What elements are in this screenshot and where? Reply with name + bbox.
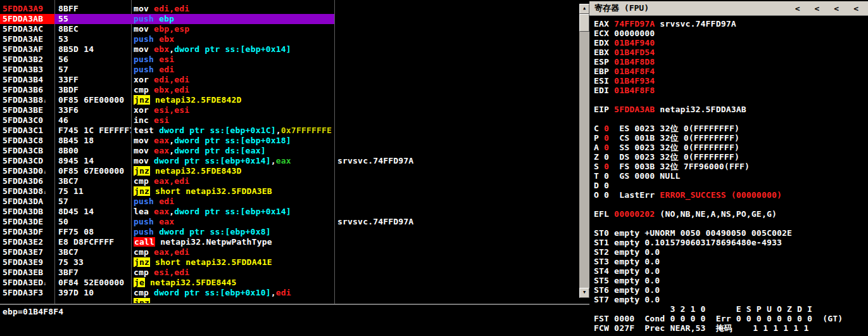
register-line[interactable]: Z 0 DS 0023 32位 0(FFFFFFFF) [594, 152, 843, 162]
disasm-row[interactable]: 5FDDA3DFFF75 08push dword ptr ss:[ebp+0x… [0, 227, 579, 237]
instruction-cell: cmp eax,edi [131, 176, 334, 186]
address-cell: 5FDDA3CD [0, 156, 54, 166]
disasm-row[interactable]: 5FDDA3B256push esi [0, 55, 579, 65]
registers-pane[interactable]: 寄存器 (FPU) <<<< EAX 74FFD97A srvsvc.74FFD… [589, 0, 868, 336]
disasm-row[interactable]: 5FDDA3A98BFFmov edi,edi [0, 4, 579, 14]
comment-cell [334, 85, 579, 95]
register-line[interactable]: ST3 empty 0.0 [594, 257, 843, 266]
disasm-row[interactable]: 5FDDA3E2E8 D8FCFFFFcall netapi32.NetpwPa… [0, 237, 579, 247]
register-line[interactable]: ESP 01B4F8D8 [594, 57, 843, 67]
disasm-vertical-scrollbar[interactable]: ▲ ▼ [579, 4, 589, 298]
register-line[interactable]: C 0 ES 0023 32位 0(FFFFFFFF) [594, 124, 843, 133]
register-line[interactable]: ST7 empty 0.0 [594, 295, 843, 304]
panel-chevron-button[interactable]: < [834, 4, 839, 13]
instruction-cell: cmp ebx,edi [131, 85, 334, 95]
instr-token: dword ptr ss:[ebp+0x18] [174, 136, 291, 145]
instr-token: dword ptr ss:[ebp+0x14] [174, 207, 291, 216]
disasm-row[interactable]: 5FDDA3B433FFxor edi,edi [0, 75, 579, 85]
register-line[interactable]: FCW 027F Prec NEAR,53 掩码 1 1 1 1 1 1 [594, 323, 843, 333]
register-line[interactable]: ST5 empty 0.0 [594, 276, 843, 285]
disasm-row[interactable]: 5FDDA3B357push edi [0, 65, 579, 75]
register-line[interactable]: A 0 SS 0023 32位 0(FFFFFFFF) [594, 143, 843, 152]
register-line[interactable]: EIP 5FDDA3AB netapi32.5FDDA3AB [594, 105, 843, 114]
disasm-row[interactable]: 5FDDA3DB8D45 14lea eax,dword ptr ss:[ebp… [0, 207, 579, 217]
disassembly-pane[interactable]: 5FDDA3A98BFFmov edi,edi5FDDA3AB55push eb… [0, 0, 589, 336]
disasm-row[interactable]: 5FDDA3C046inc esi [0, 115, 579, 126]
register-line[interactable] [594, 219, 843, 228]
register-line[interactable]: T 0 GS 0000 NULL [594, 171, 843, 181]
instr-token: cmp [134, 176, 154, 186]
register-text: EBP [594, 67, 614, 76]
comment-cell [334, 288, 579, 298]
disasm-row[interactable]: 5FDDA3D63BC7cmp eax,edi [0, 176, 579, 186]
register-line[interactable]: O 0 LastErr ERROR_SUCCESS (00000000) [594, 190, 843, 200]
register-line[interactable]: ST1 empty 0.1015790603178696480e-4933 [594, 238, 843, 247]
register-text: (NO,NB,NE,A,NS,PO,GE,G) [655, 209, 777, 219]
disasm-row[interactable]: 5FDDA3C88B45 18mov eax,dword ptr ss:[ebp… [0, 136, 579, 146]
down-arrow-icon: ▼ [583, 290, 586, 295]
instruction-cell: push esi [131, 55, 334, 65]
register-line[interactable]: ESI 01B4F934 [594, 76, 843, 86]
instr-token: edi [159, 65, 174, 74]
register-line[interactable]: P 0 CS 001B 32位 0(FFFFFFFF) [594, 133, 843, 143]
register-line[interactable]: 3 2 1 0 E S P U O Z D I [594, 304, 843, 314]
bytes-cell: 397D 10 [54, 288, 131, 298]
register-line[interactable]: ST4 empty 0.0 [594, 266, 843, 276]
disasm-row[interactable]: 5FDDA3BE33F6xor esi,esi [0, 105, 579, 115]
instruction-cell: push ebx [131, 34, 334, 44]
instruction-cell: push eax [131, 217, 334, 227]
instruction-cell: jnz short netapi32.5FDDA3EB [131, 186, 334, 197]
disasm-row[interactable]: 5FDDA3B63BDFcmp ebx,edi [0, 85, 579, 95]
register-line[interactable]: ST2 empty 0.0 [594, 247, 843, 257]
register-line[interactable]: ST0 empty +UNORM 0050 00490050 005C002E [594, 228, 843, 238]
disasm-row[interactable]: 5FDDA3DA57push edi [0, 197, 579, 207]
register-line[interactable]: S 0 FS 003B 32位 7FF96000(FFF) [594, 162, 843, 171]
instr-token: mov [134, 156, 154, 165]
register-line[interactable]: ECX 00000000 [594, 29, 843, 38]
disasm-row[interactable]: 5FDDA3AE53push ebx [0, 34, 579, 44]
instr-token: netapi32.5FDE8445 [145, 278, 236, 287]
register-line[interactable] [594, 200, 843, 209]
disasm-row[interactable]: 5FDDA3AC8BECmov ebp,esp [0, 24, 579, 34]
scroll-down-button[interactable]: ▼ [579, 288, 589, 298]
disasm-row[interactable]: 5FDDA3CB8B00mov eax,dword ptr ds:[eax] [0, 146, 579, 156]
disasm-row[interactable]: 5FDDA3C1F745 1C FEFFFF7Ftest dword ptr s… [0, 126, 579, 136]
register-line[interactable]: EDI 01B4F8F8 [594, 86, 843, 95]
disasm-row[interactable]: 5FDDA3EB3BF7cmp esi,edi [0, 268, 579, 278]
register-line[interactable]: D 0 [594, 181, 843, 190]
scroll-up-button[interactable]: ▲ [579, 4, 589, 14]
disasm-row-partial[interactable]: jnz [0, 298, 579, 303]
register-line[interactable]: FST 0000 Cond 0 0 0 0 Err 0 0 0 0 0 0 0 … [594, 314, 843, 323]
register-line[interactable]: EBP 01B4F8F4 [594, 67, 843, 76]
register-line[interactable]: EDX 01B4F940 [594, 38, 843, 48]
register-line[interactable] [594, 114, 843, 124]
register-line[interactable]: EAX 74FFD97A srvsvc.74FFD97A [594, 19, 843, 29]
disasm-row[interactable]: 5FDDA3AB55push ebp [0, 14, 579, 24]
register-line[interactable]: ST6 empty 0.0 [594, 285, 843, 295]
disasm-row[interactable]: 5FDDA3E975 33jnz short netapi32.5FDDA41E [0, 257, 579, 268]
instr-token: ebp [159, 14, 174, 23]
register-text: 5FDDA3AB [614, 105, 655, 114]
instruction-cell: mov ebx,dword ptr ss:[ebp+0x14] [131, 44, 334, 55]
register-line[interactable] [594, 95, 843, 105]
scroll-thumb[interactable] [579, 14, 589, 32]
disasm-row[interactable]: 5FDDA3DE50push eaxsrvsvc.74FFD97A [0, 217, 579, 227]
panel-chevron-button[interactable]: < [795, 4, 800, 13]
disasm-row[interactable]: 5FDDA3D8↓75 11jnz short netapi32.5FDDA3E… [0, 186, 579, 197]
panel-chevron-button[interactable]: < [815, 4, 820, 13]
disasm-row[interactable]: 5FDDA3AF8B5D 14mov ebx,dword ptr ss:[ebp… [0, 44, 579, 55]
address-cell: 5FDDA3D6 [0, 176, 54, 186]
panel-chevron-button[interactable]: < [853, 4, 859, 13]
disasm-row[interactable]: 5FDDA3F3397D 10cmp dword ptr ss:[ebp+0x1… [0, 288, 579, 298]
disasm-row[interactable]: 5FDDA3ED↓0F84 52E00000je netapi32.5FDE84… [0, 278, 579, 288]
register-line[interactable]: EFL 00000202 (NO,NB,NE,A,NS,PO,GE,G) [594, 209, 843, 219]
disasm-row[interactable]: 5FDDA3D0↓0F85 67E00000jnz netapi32.5FDE8… [0, 166, 579, 176]
register-text: EFL [594, 209, 614, 219]
disasm-row[interactable]: 5FDDA3CD8945 14mov dword ptr ss:[ebp+0x1… [0, 156, 579, 166]
jump-arrow-icon: ↓ [43, 280, 47, 287]
disasm-row[interactable]: 5FDDA3B8↓0F85 6FE00000jnz netapi32.5FDE8… [0, 95, 579, 105]
comment-cell [334, 207, 579, 217]
address-cell: 5FDDA3C8 [0, 136, 54, 146]
register-line[interactable]: EBX 01B4FD54 [594, 48, 843, 57]
disasm-row[interactable]: 5FDDA3E73BC7cmp eax,edi [0, 247, 579, 257]
